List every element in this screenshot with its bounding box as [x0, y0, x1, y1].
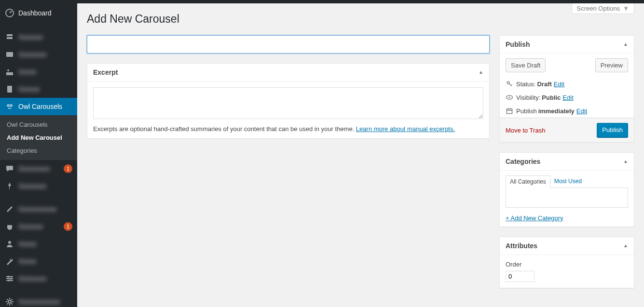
toggle-icon[interactable]: ▲ — [623, 243, 628, 248]
tab-most-used[interactable]: Most Used — [550, 175, 586, 188]
excerpt-textarea[interactable] — [93, 87, 483, 119]
metabox-header[interactable]: Excerpt ▲ — [87, 64, 489, 81]
publish-button[interactable]: Publish — [597, 123, 628, 137]
metabox-header[interactable]: Publish ▲ — [500, 36, 634, 53]
sidebar-subitem-owl-carousels[interactable]: Owl Carousels — [0, 118, 77, 131]
media-icon — [5, 50, 14, 59]
main-content: Screen Options ▼ Add New Carousel Excerp… — [77, 3, 644, 307]
sidebar-item-blurred[interactable]: Xxxxxxxxxxx — [0, 200, 77, 218]
svg-point-9 — [8, 241, 11, 244]
sidebar-item-blurred[interactable]: Xxxxxxxxxxxx — [0, 293, 77, 307]
sidebar-item-blurred[interactable]: Xxxxxxxxx 1 — [0, 160, 77, 177]
sidebar-label: Xxxxxxxx — [18, 275, 72, 282]
svg-rect-3 — [6, 72, 13, 75]
publish-schedule-row: Publish immediately Edit — [500, 104, 634, 118]
page-title: Add New Carousel — [87, 12, 634, 27]
excerpt-metabox: Excerpt ▲ Excerpts are optional hand-cra… — [87, 63, 490, 139]
svg-point-19 — [508, 97, 510, 98]
sidebar-label: Xxxxxxx — [18, 33, 72, 41]
screen-options-button[interactable]: Screen Options ▼ — [572, 3, 634, 14]
notification-badge: 1 — [64, 222, 72, 231]
comment-icon — [5, 164, 14, 174]
toggle-icon[interactable]: ▲ — [623, 159, 628, 164]
sidebar-item-blurred[interactable]: Xxxxxx — [0, 80, 77, 98]
sidebar-item-blurred[interactable]: Xxxxx — [0, 63, 77, 80]
sidebar-item-dashboard[interactable]: Dashboard — [0, 3, 77, 23]
user-icon — [5, 239, 14, 249]
metabox-title: Categories — [506, 158, 623, 165]
edit-status-link[interactable]: Edit — [554, 80, 564, 88]
sidebar-label: Owl Carousels — [18, 103, 72, 110]
order-input[interactable] — [506, 271, 534, 282]
svg-point-16 — [8, 300, 11, 303]
gear-icon — [5, 297, 14, 307]
excerpt-learn-more-link[interactable]: Learn more about manual excerpts. — [356, 125, 455, 133]
pin-icon — [5, 181, 14, 191]
category-tabs: All Categories Most Used — [506, 175, 628, 188]
sidebar-label: Xxxxx — [18, 240, 72, 248]
metabox-title: Excerpt — [93, 68, 479, 76]
sidebar-label: Xxxxxxxxx — [18, 165, 62, 173]
sidebar-label: Xxxxxxx — [18, 223, 62, 230]
wrench-icon — [5, 256, 14, 266]
toggle-icon[interactable]: ▲ — [479, 69, 483, 75]
order-label: Order — [506, 261, 628, 268]
metabox-title: Publish — [506, 40, 623, 48]
svg-point-7 — [8, 105, 9, 106]
sidebar-item-blurred[interactable]: Xxxxxxx — [0, 28, 77, 46]
svg-point-14 — [10, 278, 12, 280]
visibility-value: Public — [542, 94, 561, 101]
sidebar-subitem-categories[interactable]: Categories — [0, 144, 77, 157]
publish-metabox: Publish ▲ Save Draft Preview Status: Dra… — [499, 35, 634, 143]
svg-rect-20 — [507, 109, 512, 114]
edit-visibility-link[interactable]: Edit — [562, 94, 573, 101]
categories-metabox: Categories ▲ All Categories Most Used + … — [499, 152, 634, 227]
sidebar-item-blurred[interactable]: Xxxxxxxx — [0, 46, 77, 63]
publish-status-row: Status: Draft Edit — [500, 77, 634, 91]
media-icon — [5, 67, 14, 77]
svg-point-2 — [7, 69, 9, 71]
plugin-icon — [5, 222, 14, 231]
sidebar-label: Dashboard — [18, 9, 72, 17]
move-to-trash-link[interactable]: Move to Trash — [506, 127, 545, 134]
edit-schedule-link[interactable]: Edit — [576, 107, 587, 115]
page-icon — [5, 84, 14, 94]
sidebar-label: Xxxxxxxx — [18, 182, 72, 190]
sidebar-label: Xxxxxxxxxxxx — [18, 298, 72, 306]
post-title-input[interactable] — [87, 35, 490, 53]
sidebar-item-blurred[interactable]: Xxxxx — [0, 235, 77, 253]
sidebar-submenu: Owl Carousels Add New Carousel Categorie… — [0, 115, 77, 160]
status-value: Draft — [537, 80, 551, 88]
sidebar-item-blurred[interactable]: Xxxxxxx 1 — [0, 218, 77, 235]
add-new-category-link[interactable]: + Add New Category — [506, 214, 563, 222]
schedule-value: immediately — [538, 107, 575, 115]
slider-icon — [5, 274, 14, 283]
screen-options-label: Screen Options — [577, 5, 620, 12]
caret-down-icon: ▼ — [623, 5, 629, 12]
sidebar-item-blurred[interactable]: Xxxxx — [0, 253, 77, 270]
admin-top-bar — [0, 0, 644, 3]
save-draft-button[interactable]: Save Draft — [506, 58, 546, 73]
eye-icon — [506, 93, 515, 101]
svg-point-8 — [11, 105, 12, 106]
category-checklist-panel[interactable] — [506, 187, 628, 208]
sidebar-subitem-add-new-carousel[interactable]: Add New Carousel — [0, 131, 77, 144]
sidebar-label: Xxxxx — [18, 68, 72, 76]
sidebar-item-blurred[interactable]: Xxxxxxxx — [0, 177, 77, 195]
tab-all-categories[interactable]: All Categories — [506, 175, 550, 188]
excerpt-description: Excerpts are optional hand-crafted summa… — [93, 125, 483, 133]
toggle-icon[interactable]: ▲ — [623, 41, 628, 47]
sidebar-label: Xxxxxx — [18, 85, 72, 93]
sidebar-label: Xxxxxxxx — [18, 51, 72, 58]
svg-point-15 — [8, 280, 10, 281]
metabox-header[interactable]: Categories ▲ — [500, 153, 634, 171]
svg-point-13 — [7, 276, 9, 278]
metabox-header[interactable]: Attributes ▲ — [500, 237, 634, 255]
content-left-column: Excerpt ▲ Excerpts are optional hand-cra… — [87, 35, 490, 288]
dashboard-icon — [5, 8, 14, 18]
sidebar-label: Xxxxx — [18, 257, 72, 265]
sidebar-item-owl-carousels[interactable]: Owl Carousels — [0, 98, 77, 115]
sidebar-item-blurred[interactable]: Xxxxxxxx — [0, 270, 77, 287]
pin-icon — [5, 32, 14, 42]
preview-button[interactable]: Preview — [595, 58, 628, 73]
